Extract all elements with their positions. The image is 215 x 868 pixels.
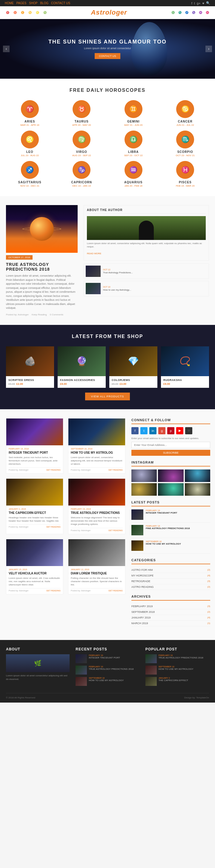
category-item-0[interactable]: ASTRO FOR HIM (2) [131,567,210,573]
blog-card-title-5[interactable]: DIAM LOREM TRISTIQUE [71,571,123,575]
horoscope-item-pisces[interactable]: ♓ PISCES FEB 19 - MAR 20 [162,161,209,187]
horoscope-item-sagittarius[interactable]: ♐ SAGITTARIUS NOV 22 - DEC 21 [6,161,54,187]
horoscope-item-cancer[interactable]: ♋ CANCER JUN 21 - JUL 22 [162,100,209,126]
nav-aries[interactable]: ♉ [14,11,17,14]
hero-cta-button[interactable]: CONTACT US [95,53,120,59]
archive-item-0[interactable]: FEBRUARY 2019 (3) [131,603,210,609]
top-nav-home[interactable]: HOME [5,1,14,5]
category-item-3[interactable]: ASTRO READING (2) [131,584,210,590]
top-nav-contact[interactable]: CONTACT US [51,1,70,5]
nav-taurus[interactable]: ♊ [21,11,24,14]
search-icon[interactable]: 🔍 [206,1,210,5]
horoscope-item-libra[interactable]: ♎ LIBRA SEP 23 - OCT 22 [110,130,157,157]
blog-card-title-2[interactable]: THE CAPRICORN EFFECT [9,511,61,515]
instagram-thumb-5[interactable] [158,483,183,496]
horoscope-item-virgo[interactable]: ♍ VIRGO AUG 23 - SEP 22 [58,130,106,157]
footer-recent-post-0[interactable]: FEBRUARY 19 INTEGER TINCIDUNT PORT [76,654,139,663]
side-post-0[interactable]: OCT 12 True Astrology Predictions... [84,264,209,279]
facebook-follow-icon[interactable]: f [131,427,139,434]
shop-item-2[interactable]: 💎 COLORJEMS £5.00£3.00 [109,346,157,388]
latest-post-2[interactable]: SEPTEMBER 18 HOW TO USE MY ASTROLOGY [131,540,210,554]
pinterest-follow-icon[interactable]: p [167,427,174,434]
shop-item-1[interactable]: 🔮 FASHION ACCESSORIES £9.00 [58,346,106,388]
horoscope-item-aquarius[interactable]: ♒ AQUARIUS JAN 20 - FEB 18 [110,161,157,187]
horoscope-item-aries[interactable]: ♈ ARIES MAR 21 - APR 19 [6,100,54,126]
shop-item-0[interactable]: 🪨 SCRIPTED DRESS £5.00£2.00 [6,346,54,388]
nav-leo[interactable]: ♍ [43,11,47,14]
hero-prev-button[interactable]: ‹ [3,45,9,52]
blog-card-tag-3[interactable]: GET READING [108,529,123,531]
footer-recent-post-1[interactable]: FEBRUARY 19 TRUE ASTROLOGY PREDICTIONS 2… [76,665,139,675]
shop-item-3[interactable]: 📿 RUDRAKSHA £9.00 [161,346,209,388]
archive-name-2: JANUARY 2019 [131,616,151,619]
nav-cap[interactable]: ♑ [192,11,195,14]
horoscope-item-leo[interactable]: ♌ LEO JUL 23 - AUG 22 [6,130,54,157]
horoscopes-title: FREE DAILY HOROSCOPES [6,88,209,93]
footer-recent-post-2[interactable]: SEPTEMBER 18 HOW TO USE MY ASTROLOGY [76,677,139,686]
archive-item-1[interactable]: SEPTEMBER 2018 (2) [131,609,210,615]
nav-pis[interactable]: ♓ [206,11,209,14]
side-post-1[interactable]: OCT 10 How to use my Astrology... [84,281,209,296]
category-item-1[interactable]: MY HOROSCOPE (4) [131,573,210,579]
top-nav-pages[interactable]: PAGES [17,1,27,5]
nav-sag[interactable]: ♐ [185,11,188,14]
blog-card-tag-2[interactable]: GET READING [46,526,61,528]
nav-cancer[interactable]: ♌ [36,11,39,14]
youtube-follow-icon[interactable]: ▶ [176,427,183,434]
heart-icon[interactable]: ♥ [202,1,204,5]
instagram-thumb-1[interactable] [131,469,157,482]
footer-popular-post-0[interactable]: FEBRUARY 19 TRUE ASTROLOGY PREDICTIONS 2… [145,654,209,663]
blog-card-image-2 [6,479,63,505]
top-nav-blog[interactable]: BLOG [40,1,48,5]
shop-title: LATEST FROM THE SHOP [6,334,209,339]
instagram-thumb-4[interactable] [131,483,157,496]
horoscope-item-gemini[interactable]: ♊ GEMINI MAY 21 - JUN 20 [110,100,157,126]
blog-card-title-0[interactable]: INTEGER TINCIDUNT PORT [9,451,61,455]
horoscope-item-taurus[interactable]: ♉ TAURUS APR 20 - MAY 20 [58,100,106,126]
blog-card-title-4[interactable]: VELIT VEHICULA AUCTOR [9,571,61,575]
footer-popular-post-1[interactable]: SEPTEMBER 18 HOW TO USE MY ASTROLOGY [145,665,209,675]
latest-post-1[interactable]: FEBRUARY 19 FINE ASTROLOGY PREDICTIONS 2… [131,525,210,538]
nav-astro[interactable]: ♈ [6,11,9,14]
archive-item-3[interactable]: MARCH 2019 (1) [131,621,210,626]
archive-item-2[interactable]: JANUARY 2019 (4) [131,615,210,621]
nav-libra[interactable]: ♎ [171,11,175,14]
nav-scorpio[interactable]: ♏ [178,11,182,14]
category-item-2[interactable]: RETROGRADE (3) [131,579,210,584]
twitter-follow-icon[interactable]: t [140,427,147,434]
facebook-icon[interactable]: f [191,1,192,5]
nav-gemini[interactable]: ♋ [28,11,32,14]
author-read-more[interactable]: READ MORE [87,252,101,255]
horoscope-item-capricorn[interactable]: ♑ CAPRICORN DEC 22 - JAN 19 [58,161,106,187]
blog-card-author-2: Posted by: Astrologer [9,526,29,528]
latest-post-0[interactable]: FEBRUARY 19 INTEGER TINCIDUNT PORT [131,509,210,523]
featured-post-reading[interactable]: Keep Reading [32,313,47,316]
blog-card-tag-0[interactable]: GET READING [46,469,61,471]
googleplus-icon[interactable]: g+ [197,1,201,5]
blog-card-5: JANUARY 12, 2019 DIAM LOREM TRISTIQUE Pu… [68,539,126,595]
blog-card-title-3[interactable]: TRUE ASTROLOGY PREDICTIONS [71,511,123,515]
latest-post-info-1: FEBRUARY 19 FINE ASTROLOGY PREDICTIONS 2… [146,525,210,535]
hero-next-button[interactable]: › [206,45,212,52]
twitter-icon[interactable]: t [194,1,195,5]
linkedin-follow-icon[interactable]: in [149,427,157,434]
site-logo[interactable]: Astrologer [91,9,127,17]
instagram-thumb-3[interactable] [185,469,210,482]
newsletter-subscribe-button[interactable]: SUBSCRIBE [131,450,210,456]
blog-card-tag-5[interactable]: GET READING [108,590,123,592]
horoscope-item-scorpio[interactable]: ♏ SCORPIO OCT 23 - NOV 21 [162,130,209,157]
instagram-thumb-2[interactable] [158,469,183,482]
footer-popular-info-0: FEBRUARY 19 TRUE ASTROLOGY PREDICTIONS 2… [159,654,209,663]
instagram-thumb-6[interactable] [185,483,210,496]
newsletter-email-input[interactable] [131,442,210,448]
nav-aqu[interactable]: ♒ [199,11,202,14]
top-nav-shop[interactable]: SHOP [29,1,37,5]
googleplus-follow-icon[interactable]: g [158,427,165,434]
rss-follow-icon[interactable]: ⊕ [185,427,192,434]
blog-card-title-1[interactable]: HOW TO USE MY ASTROLOG [71,451,123,455]
footer-popular-post-2[interactable]: JANUARY 2 THE CAPRICORN EFFECT [145,677,209,686]
blog-card-tag-4[interactable]: GET READING [46,590,61,592]
footer-about-title: ABOUT [6,647,70,651]
blog-card-tag-1[interactable]: GET READING [108,469,123,471]
view-all-products-button[interactable]: VIEW ALL PRODUCTS [85,393,130,400]
